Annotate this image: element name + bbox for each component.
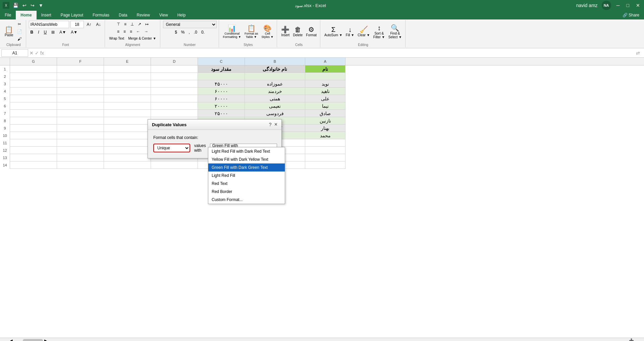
- values-with-label: values with: [193, 143, 207, 153]
- format-option-green-dark-green[interactable]: Green Fill with Dark Green Text: [208, 163, 285, 172]
- format-option-red-text[interactable]: Red Text: [208, 180, 285, 188]
- dialog-title-text: Duplicate Values: [152, 122, 186, 127]
- duplicate-type-select[interactable]: Unique Duplicate: [153, 144, 190, 152]
- dialog-overlay: Duplicate Values ? × Format cells that c…: [0, 0, 644, 341]
- dialog-help-button[interactable]: ?: [269, 122, 272, 127]
- dialog-instruction: Format cells that contain:: [153, 135, 276, 140]
- format-option-custom-format[interactable]: Custom Format...: [208, 196, 285, 204]
- format-dropdown-list: Light Red Fill with Dark Red Text Yellow…: [208, 147, 285, 204]
- format-option-light-red-fill[interactable]: Light Red Fill: [208, 172, 285, 180]
- format-option-red-border[interactable]: Red Border: [208, 188, 285, 196]
- dialog-title-bar: Duplicate Values ? ×: [148, 119, 281, 130]
- dialog-close-button[interactable]: ×: [274, 121, 277, 128]
- format-option-light-red-dark-red[interactable]: Light Red Fill with Dark Red Text: [208, 147, 285, 155]
- format-option-yellow-dark-yellow[interactable]: Yellow Fill with Dark Yellow Text: [208, 155, 285, 163]
- dialog-title-controls: ? ×: [269, 121, 277, 128]
